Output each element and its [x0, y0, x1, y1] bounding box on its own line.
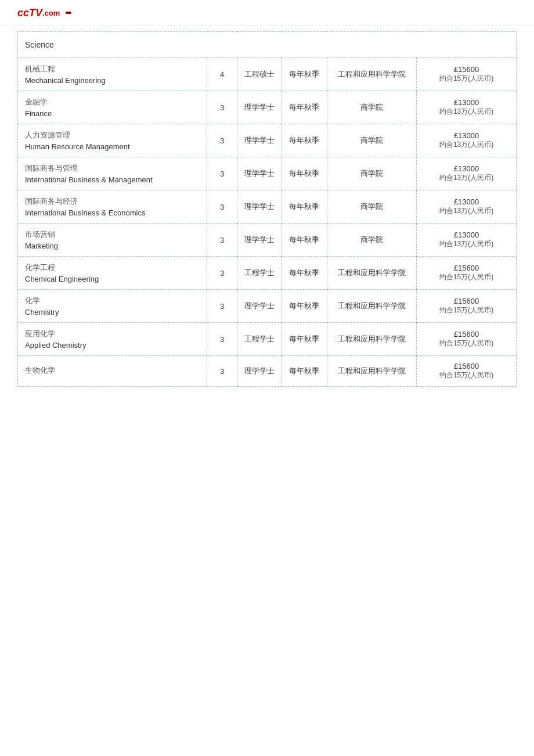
- school-cell: 工程和应用科学学院: [327, 58, 417, 91]
- fee-cell: £15600约合15万(人民币): [417, 58, 517, 91]
- intake-cell: 每年秋季: [282, 290, 327, 323]
- cn-course-name: 金融学: [25, 97, 200, 107]
- years-cell: 3: [207, 157, 237, 190]
- cc-text: cc: [17, 7, 29, 19]
- cn-course-name: 生物化学: [25, 365, 200, 376]
- course-name-cell: 市场营销Marketing: [18, 224, 207, 257]
- school-cell: 商学院: [327, 124, 417, 157]
- tv-text: TV: [29, 7, 42, 19]
- years-cell: 3: [207, 91, 237, 124]
- en-course-name: Marketing: [25, 242, 200, 250]
- course-name-cell: 金融学Finance: [18, 91, 207, 124]
- degree-cell: 理学学士: [237, 190, 282, 224]
- fee-rmb: 约合13万(人民币): [424, 140, 509, 150]
- intake-cell: 每年秋季: [282, 257, 327, 290]
- years-cell: 3: [207, 257, 237, 290]
- table-row: 国际商务与经济International Business & Economic…: [18, 190, 517, 224]
- table-row: Science: [18, 32, 517, 58]
- cn-course-name: 市场营销: [25, 229, 200, 240]
- intake-cell: 每年秋季: [282, 224, 327, 257]
- years-cell: 3: [207, 124, 237, 157]
- fee-rmb: 约合15万(人民币): [424, 305, 509, 315]
- years-cell: 4: [207, 58, 237, 91]
- degree-cell: 工程学士: [237, 323, 282, 356]
- school-cell: 商学院: [327, 224, 417, 257]
- degree-cell: 理学学士: [237, 91, 282, 124]
- fee-amount: £15600: [424, 65, 509, 74]
- liuxue-logo-box: [66, 12, 71, 14]
- table-row: 化学工程Chemical Engineering3工程学士每年秋季工程和应用科学…: [18, 257, 517, 290]
- en-course-name: International Business & Management: [25, 175, 200, 184]
- degree-cell: 理学学士: [237, 290, 282, 323]
- en-course-name: Chemical Engineering: [25, 275, 200, 283]
- en-course-name: International Business & Economics: [25, 208, 200, 217]
- main-content: Science机械工程Mechanical Engineering4工程硕士每年…: [0, 26, 534, 404]
- intake-cell: 每年秋季: [282, 157, 327, 190]
- course-name-cell: 人力资源管理Human Resource Management: [18, 124, 207, 157]
- course-name-cell: 生物化学: [18, 356, 207, 387]
- table-row: 机械工程Mechanical Engineering4工程硕士每年秋季工程和应用…: [18, 58, 517, 91]
- fee-rmb: 约合13万(人民币): [424, 107, 509, 117]
- cn-course-name: 国际商务与管理: [25, 163, 200, 174]
- intake-cell: 每年秋季: [282, 91, 327, 124]
- table-row: 金融学Finance3理学学士每年秋季商学院£13000约合13万(人民币): [18, 91, 517, 124]
- intake-cell: 每年秋季: [282, 58, 327, 91]
- fee-cell: £13000约合13万(人民币): [417, 190, 517, 224]
- fee-cell: £13000约合13万(人民币): [417, 157, 517, 190]
- en-course-name: Human Resource Management: [25, 142, 200, 151]
- fee-rmb: 约合15万(人民币): [424, 272, 509, 282]
- fee-amount: £13000: [424, 164, 509, 173]
- dot-com-text: .com: [42, 9, 60, 17]
- degree-cell: 工程学士: [237, 257, 282, 290]
- table-row: 市场营销Marketing3理学学士每年秋季商学院£13000约合13万(人民币…: [18, 224, 517, 257]
- course-name-cell: 机械工程Mechanical Engineering: [18, 58, 207, 91]
- years-cell: 3: [207, 224, 237, 257]
- cn-course-name: 机械工程: [25, 64, 200, 74]
- science-header-cell: Science: [18, 32, 517, 58]
- fee-cell: £13000约合13万(人民币): [417, 224, 517, 257]
- school-cell: 工程和应用科学学院: [327, 257, 417, 290]
- fee-rmb: 约合15万(人民币): [424, 370, 509, 380]
- fee-amount: £13000: [424, 98, 509, 107]
- degree-cell: 理学学士: [237, 224, 282, 257]
- logo-area: ccTV.com: [17, 7, 71, 19]
- fee-rmb: 约合13万(人民币): [424, 173, 509, 183]
- degree-cell: 理学学士: [237, 157, 282, 190]
- table-row: 生物化学3理学学士每年秋季工程和应用科学学院£15600约合15万(人民币): [18, 356, 517, 387]
- cn-course-name: 国际商务与经济: [25, 196, 200, 207]
- school-cell: 工程和应用科学学院: [327, 290, 417, 323]
- fee-cell: £13000约合13万(人民币): [417, 124, 517, 157]
- table-row: 人力资源管理Human Resource Management3理学学士每年秋季…: [18, 124, 517, 157]
- intake-cell: 每年秋季: [282, 190, 327, 224]
- course-name-cell: 国际商务与管理International Business & Manageme…: [18, 157, 207, 190]
- school-cell: 商学院: [327, 190, 417, 224]
- fee-rmb: 约合15万(人民币): [424, 339, 509, 348]
- table-row: 国际商务与管理International Business & Manageme…: [18, 157, 517, 190]
- fee-cell: £15600约合15万(人民币): [417, 356, 517, 387]
- fee-amount: £15600: [424, 297, 509, 305]
- fee-amount: £15600: [424, 264, 509, 272]
- en-course-name: Applied Chemistry: [25, 341, 200, 350]
- fee-amount: £15600: [424, 362, 509, 370]
- fee-amount: £13000: [424, 197, 509, 206]
- fee-cell: £15600约合15万(人民币): [417, 257, 517, 290]
- degree-cell: 工程硕士: [237, 58, 282, 91]
- cn-course-name: 人力资源管理: [25, 130, 200, 141]
- years-cell: 3: [207, 323, 237, 356]
- intake-cell: 每年秋季: [282, 124, 327, 157]
- fee-amount: £13000: [424, 231, 509, 239]
- course-name-cell: 化学工程Chemical Engineering: [18, 257, 207, 290]
- school-cell: 商学院: [327, 157, 417, 190]
- intake-cell: 每年秋季: [282, 323, 327, 356]
- en-course-name: Chemistry: [25, 308, 200, 316]
- fee-cell: £15600约合15万(人民币): [417, 323, 517, 356]
- school-cell: 工程和应用科学学院: [327, 323, 417, 356]
- degree-cell: 理学学士: [237, 356, 282, 387]
- en-course-name: Mechanical Engineering: [25, 76, 200, 85]
- fee-amount: £15600: [424, 330, 509, 339]
- fee-cell: £15600约合15万(人民币): [417, 290, 517, 323]
- years-cell: 3: [207, 356, 237, 387]
- course-name-cell: 国际商务与经济International Business & Economic…: [18, 190, 207, 224]
- fee-rmb: 约合13万(人民币): [424, 206, 509, 216]
- years-cell: 3: [207, 190, 237, 224]
